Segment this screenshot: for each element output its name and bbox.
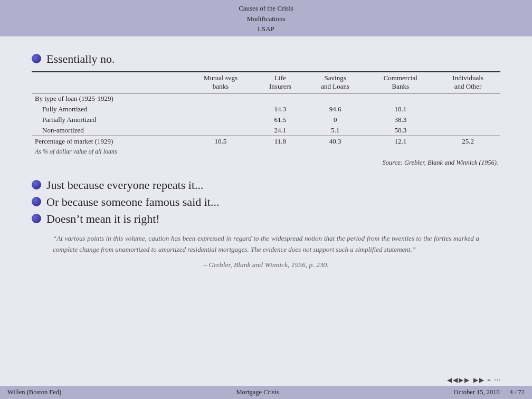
table-cell: 24.1 <box>255 125 305 136</box>
col-header-individuals: Individualsand Other <box>435 72 500 93</box>
nav-arrows: ◀ ◀ ▶ ▶ ▶ ▶ ≡ ⋯ <box>447 376 500 384</box>
table-header-row: Mutual svgsbanks LifeInsurers Savingsand… <box>32 72 500 93</box>
table-cell: 10.5 <box>186 136 255 147</box>
table-cell <box>435 115 500 125</box>
intro-bullet-text: Essentially no. <box>46 52 115 66</box>
nav-dots: ⋯ <box>494 376 500 384</box>
table-cell: 94.6 <box>305 104 366 115</box>
table-cell: By type of loan (1925-1929) <box>32 93 186 104</box>
bullets-section: Just because everyone repeats it...Or be… <box>32 178 500 226</box>
arrow-left-2[interactable]: ◀ <box>453 376 458 384</box>
table-cell: 0 <box>305 115 366 125</box>
header-line1: Causes of the Crisis <box>0 3 532 14</box>
table-cell <box>365 147 435 157</box>
col-header-commercial: CommercialBanks <box>365 72 435 93</box>
table-cell <box>186 147 255 157</box>
bullet-item-2: Doesn’t mean it is right! <box>32 212 500 226</box>
table-cell: 50.3 <box>365 125 435 136</box>
arrow-right-3[interactable]: ▶ <box>473 376 478 384</box>
bullet-text-2: Doesn’t mean it is right! <box>46 212 160 226</box>
table-cell <box>435 125 500 136</box>
table-cell <box>255 93 305 104</box>
table-cell <box>305 93 366 104</box>
table-row: Fully Amortized14.394.610.1 <box>32 104 500 115</box>
table-cell <box>365 93 435 104</box>
table-cell: 12.1 <box>365 136 435 147</box>
footer-date: October 15, 2010 <box>454 388 500 396</box>
arrow-left-1[interactable]: ◀ <box>447 376 452 384</box>
footer-left: Willen (Boston Fed) <box>7 388 61 396</box>
table-cell: 38.3 <box>365 115 435 125</box>
col-header-mutual: Mutual svgsbanks <box>186 72 255 93</box>
table-cell <box>186 93 255 104</box>
bullet-dot-1 <box>32 197 41 206</box>
quote-attribution: – Grebler, Blank and Winnick, 1956, p. 2… <box>32 261 500 269</box>
quote-text: “At various points in this volume, cauti… <box>53 234 479 253</box>
footer-page: 4 / 72 <box>510 388 525 396</box>
intro-bullet: Essentially no. <box>32 52 500 66</box>
table-cell: Percentage of market (1929) <box>32 136 186 147</box>
footer: Willen (Boston Fed) Mortgage Crisis Octo… <box>0 386 532 399</box>
table-body: By type of loan (1925-1929)Fully Amortiz… <box>32 93 500 157</box>
col-header-savings: Savingsand Loans <box>305 72 366 93</box>
col-header-label <box>32 72 186 93</box>
table-cell <box>255 147 305 157</box>
table-cell: 5.1 <box>305 125 366 136</box>
footer-right: October 15, 2010 4 / 72 <box>454 388 525 396</box>
table-row: Partially Amortized61.5038.3 <box>32 115 500 125</box>
arrow-right-2[interactable]: ▶ <box>464 376 469 384</box>
data-table-section: Mutual svgsbanks LifeInsurers Savingsand… <box>32 71 500 167</box>
table-cell <box>305 147 366 157</box>
header: Causes of the Crisis Modifications LSAP <box>0 0 532 36</box>
table-cell: 11.8 <box>255 136 305 147</box>
table-cell: 25.2 <box>435 136 500 147</box>
bullet-dot-intro <box>32 54 41 63</box>
table-cell: 40.3 <box>305 136 366 147</box>
loan-table: Mutual svgsbanks LifeInsurers Savingsand… <box>32 71 500 157</box>
attribution-text: – Grebler, Blank and Winnick, 1956, p. 2… <box>203 261 328 269</box>
table-source: Source: Grebler, Blank and Winnick (1956… <box>32 159 500 167</box>
arrow-right-4[interactable]: ▶ <box>479 376 484 384</box>
quote-block: “At various points in this volume, cauti… <box>53 233 479 255</box>
bullets-container: Just because everyone repeats it...Or be… <box>32 178 500 226</box>
header-line2: Modifications <box>0 14 532 24</box>
bullet-text-0: Just because everyone repeats it... <box>46 178 204 192</box>
table-cell: As % of dollar value of all loans <box>32 147 186 157</box>
table-cell <box>186 104 255 115</box>
table-cell <box>435 93 500 104</box>
nav-icon: ≡ <box>487 376 491 384</box>
table-cell <box>435 147 500 157</box>
main-content: Essentially no. Mutual svgsbanks LifeIns… <box>0 36 532 274</box>
table-cell: Non-amortized <box>32 125 186 136</box>
table-row: Percentage of market (1929)10.511.840.31… <box>32 136 500 147</box>
table-cell <box>435 104 500 115</box>
col-header-life: LifeInsurers <box>255 72 305 93</box>
bullet-item-0: Just because everyone repeats it... <box>32 178 500 192</box>
footer-center: Mortgage Crisis <box>236 388 279 396</box>
table-cell: Fully Amortized <box>32 104 186 115</box>
table-cell: Partially Amortized <box>32 115 186 125</box>
header-line3: LSAP <box>0 24 532 34</box>
bullet-text-1: Or because someone famous said it... <box>46 195 219 209</box>
table-row: Non-amortized24.15.150.3 <box>32 125 500 136</box>
table-row: As % of dollar value of all loans <box>32 147 500 157</box>
bullet-dot-2 <box>32 214 41 223</box>
table-cell: 14.3 <box>255 104 305 115</box>
arrow-right-1[interactable]: ▶ <box>459 376 463 384</box>
table-cell <box>186 125 255 136</box>
bullet-item-1: Or because someone famous said it... <box>32 195 500 209</box>
table-row: By type of loan (1925-1929) <box>32 93 500 104</box>
table-cell <box>186 115 255 125</box>
bullet-dot-0 <box>32 180 41 189</box>
table-cell: 61.5 <box>255 115 305 125</box>
table-cell: 10.1 <box>365 104 435 115</box>
